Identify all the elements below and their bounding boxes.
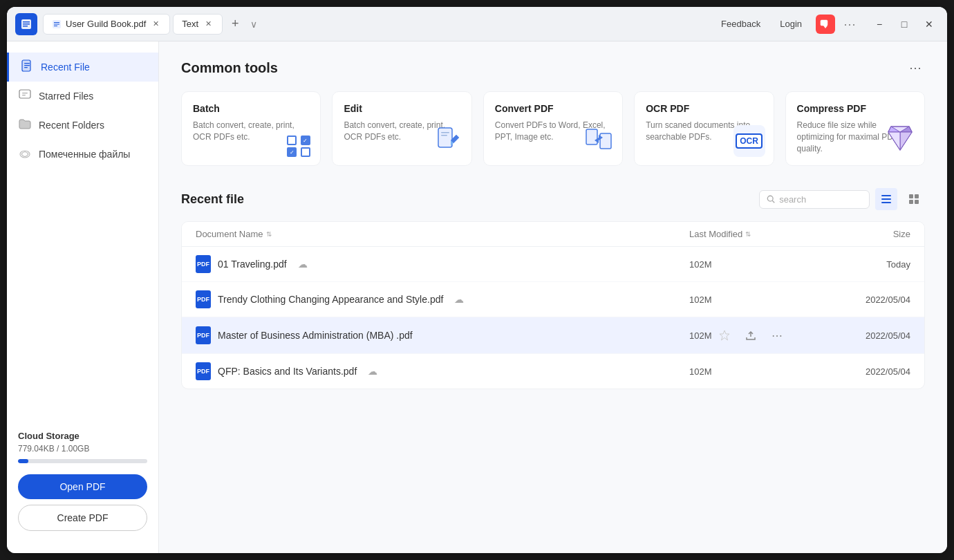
close-btn[interactable]: ✕ <box>919 15 939 34</box>
content-area: Common tools ⋯ Batch Batch convert, crea… <box>159 41 947 553</box>
cloud-sync-icon: ☁ <box>454 294 464 305</box>
file-date: 2022/05/04 <box>827 295 910 305</box>
tab-text[interactable]: Text ✕ <box>173 14 223 35</box>
tool-card-compress-pdf[interactable]: Compress PDF Reduce file size while opti… <box>785 91 925 166</box>
svg-point-29 <box>767 196 773 202</box>
svg-rect-1 <box>23 21 30 23</box>
file-size: 102M <box>689 366 712 377</box>
notification-icon[interactable] <box>816 15 835 34</box>
svg-rect-3 <box>23 26 28 27</box>
cloud-storage-label: Cloud Storage <box>18 431 147 441</box>
sidebar: Recent File Starred Files <box>7 41 159 553</box>
svg-rect-16 <box>22 93 28 93</box>
minimize-btn[interactable]: − <box>870 15 889 34</box>
tabs-container: User Guild Book.pdf ✕ Text ✕ + <box>43 14 245 35</box>
tool-card-ocr-pdf[interactable]: OCR PDF Turn scaned documents into searc… <box>634 91 774 166</box>
col-header-name[interactable]: Document Name ⇅ <box>196 229 689 239</box>
sidebar-item-recent-file[interactable]: Recent File <box>7 53 158 82</box>
search-input[interactable] <box>779 194 862 205</box>
list-view-btn[interactable] <box>875 188 897 210</box>
tab-dropdown-btn[interactable]: ∨ <box>250 19 257 30</box>
cloud-sync-icon: ☁ <box>298 259 308 270</box>
sidebar-item-recent-folders[interactable]: Recent Folders <box>7 111 158 140</box>
tab-label: Text <box>182 19 198 29</box>
table-row[interactable]: PDF Master of Business Administration (M… <box>182 317 924 354</box>
create-pdf-button[interactable]: Create PDF <box>18 505 147 531</box>
file-size: 102M <box>689 295 712 305</box>
file-actions: ⋯ <box>715 326 787 345</box>
svg-marker-28 <box>888 132 900 150</box>
svg-rect-22 <box>586 129 597 144</box>
file-name-cell: PDF Trendy Clothing Changing Appearance … <box>196 290 689 308</box>
svg-rect-8 <box>821 20 827 26</box>
search-input-wrap[interactable] <box>759 190 870 209</box>
table-row[interactable]: PDF 01 Traveling.pdf ☁ 102M Today <box>182 247 924 282</box>
svg-rect-19 <box>438 128 452 147</box>
tool-name-convert-pdf: Convert PDF <box>495 103 611 114</box>
file-size: 102M <box>689 259 712 270</box>
svg-rect-33 <box>881 202 891 203</box>
file-name: 01 Traveling.pdf <box>218 259 287 270</box>
col-header-modified[interactable]: Last Modified ⇅ <box>689 229 827 239</box>
table-row[interactable]: PDF QFP: Basics and Its Variants.pdf ☁ 1… <box>182 354 924 389</box>
common-tools-title: Common tools <box>181 60 278 76</box>
more-action-btn[interactable]: ⋯ <box>767 326 787 345</box>
svg-rect-5 <box>54 22 59 23</box>
tab-add-btn[interactable]: + <box>225 15 245 34</box>
file-size-cell: 102M <box>689 295 827 305</box>
file-table-header: Document Name ⇅ Last Modified ⇅ Size <box>182 222 924 247</box>
svg-rect-36 <box>909 200 913 204</box>
edit-icon <box>433 124 463 157</box>
sort-icon-name: ⇅ <box>266 230 272 238</box>
marked-files-icon <box>18 147 32 162</box>
svg-rect-15 <box>19 90 30 98</box>
open-pdf-button[interactable]: Open PDF <box>18 474 147 499</box>
recent-file-controls <box>759 188 925 210</box>
starred-files-icon <box>18 88 32 104</box>
feedback-btn[interactable]: Feedback <box>716 16 766 32</box>
sidebar-item-marked-files[interactable]: Помеченные файлы <box>7 140 158 169</box>
options-btn[interactable]: ⋯ <box>843 17 856 32</box>
svg-rect-17 <box>22 95 26 95</box>
tab-label: User Guild Book.pdf <box>66 19 146 29</box>
file-name-cell: PDF 01 Traveling.pdf ☁ <box>196 255 689 273</box>
ocr-icon: OCR <box>733 125 765 157</box>
file-size-and-actions-cell: 102M ⋯ <box>689 326 827 345</box>
tab-user-guild-book[interactable]: User Guild Book.pdf ✕ <box>43 14 170 35</box>
tab-close-btn[interactable]: ✕ <box>203 19 214 30</box>
svg-rect-13 <box>24 65 30 66</box>
common-tools-more-btn[interactable]: ⋯ <box>906 58 925 77</box>
upload-action-btn[interactable] <box>741 326 760 345</box>
pdf-icon: PDF <box>196 326 211 344</box>
file-name: QFP: Basics and Its Variants.pdf <box>218 366 357 377</box>
svg-rect-6 <box>54 24 59 24</box>
recent-folders-icon <box>18 118 32 133</box>
tool-name-batch: Batch <box>193 103 309 114</box>
svg-rect-32 <box>881 198 891 200</box>
grid-view-btn[interactable] <box>903 188 925 210</box>
pdf-icon: PDF <box>196 255 211 273</box>
svg-marker-27 <box>900 132 912 150</box>
tool-name-compress-pdf: Compress PDF <box>797 103 913 114</box>
svg-rect-37 <box>915 200 919 204</box>
tool-card-convert-pdf[interactable]: Convert PDF Convert PDFs to Word, Excel,… <box>483 91 623 166</box>
cloud-storage-usage: 779.04KB / 1.00GB <box>18 444 147 454</box>
tool-card-edit[interactable]: Edit Batch convert, create, print, OCR P… <box>332 91 471 166</box>
recent-file-header: Recent file <box>181 188 925 210</box>
tab-close-btn[interactable]: ✕ <box>150 19 161 30</box>
svg-marker-10 <box>823 26 827 28</box>
file-size-cell: 102M <box>689 366 827 377</box>
sidebar-item-label: Recent Folders <box>39 120 104 131</box>
star-action-btn[interactable] <box>715 326 734 345</box>
file-size: 102M <box>689 330 712 341</box>
sidebar-item-label: Recent File <box>41 62 90 73</box>
maximize-btn[interactable]: □ <box>895 15 914 34</box>
compress-icon <box>884 122 916 157</box>
title-bar: User Guild Book.pdf ✕ Text ✕ + ∨ Feedbac… <box>7 7 947 41</box>
tool-card-batch[interactable]: Batch Batch convert, create, print, OCR … <box>181 91 321 166</box>
login-btn[interactable]: Login <box>774 16 807 32</box>
batch-icon: ✓ ✓ <box>287 136 312 157</box>
file-name: Trendy Clothing Changing Appearance and … <box>218 294 443 305</box>
table-row[interactable]: PDF Trendy Clothing Changing Appearance … <box>182 282 924 317</box>
sidebar-item-starred-files[interactable]: Starred Files <box>7 82 158 111</box>
